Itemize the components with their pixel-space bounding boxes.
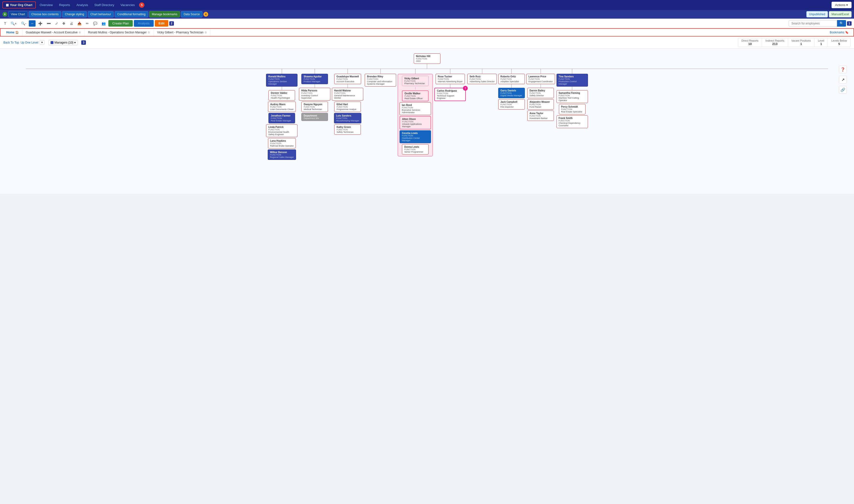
node-doreen[interactable]: Doreen Valdez FUNCTION Health Psychologi… — [269, 90, 295, 101]
node-jack[interactable]: Jack Campbell FUNCTION Fire Inspector — [498, 99, 525, 110]
up-one-level-link[interactable]: Up One Level — [21, 41, 38, 44]
nav-staff-directory[interactable]: Staff Directory — [92, 2, 116, 8]
create-plan-btn[interactable]: Create Plan — [108, 20, 133, 26]
node-frank[interactable]: Frank Smith FUNCTION Chemical Dependency… — [557, 115, 588, 128]
node-carlos-wrap: Carlos Rodriguez FUNCTION Technical Supp… — [434, 88, 466, 101]
org-chart-container: ❓ ↗ 🔗 Nicholas Hill FUNCTION CEO — [0, 49, 854, 194]
ronald-name: Ronald Mullins — [268, 75, 295, 78]
move-btn[interactable]: ✥ — [61, 20, 67, 26]
chart-behaviour-btn[interactable]: Chart behaviour — [88, 11, 114, 17]
vicky-children: Orville Walker FUNCTION Real Estate Offi… — [400, 90, 431, 155]
node-orville[interactable]: Orville Walker FUNCTION Real Estate Offi… — [402, 90, 429, 101]
node-wilbur[interactable]: Wilbur Benson FUNCTION Regional Sales Ma… — [268, 149, 296, 160]
node-cecelia[interactable]: Cecelia Lewis FUNCTION Distribution Cent… — [400, 130, 431, 143]
brand-label: Your Org Chart — [10, 3, 32, 7]
node-tina[interactable]: Tina Sanders FUNCTION Production Control… — [557, 74, 588, 87]
fit-width-btn[interactable]: ↔ — [29, 20, 36, 26]
node-ethel[interactable]: Ethel Hart FUNCTION Programmer Analyst — [334, 102, 361, 112]
shawna-children: Hilda Parsons FUNCTION Inventory Control… — [299, 88, 330, 121]
manual-excel-btn[interactable]: Manual/Excel — [829, 11, 852, 17]
node-kathy[interactable]: Kathy Green FUNCTION Safety Technician — [334, 124, 361, 135]
breadcrumb-vicky[interactable]: Vicky Gilbert - Pharmacy Technician ☆ — [154, 29, 211, 36]
node-vicky[interactable]: Vicky Gilbert FUNCTION Pharmacy Technici… — [402, 76, 429, 86]
zoom-in-btn[interactable]: 🔍+ — [9, 20, 18, 26]
node-audrey[interactable]: Audrey Mann FUNCTION Loan Documents Clos… — [268, 102, 296, 112]
nav-dropdown-btn[interactable]: ▾ — [40, 40, 44, 45]
export-btn[interactable]: 📤 — [76, 20, 83, 26]
ronald-title: Operations Section Manager — [268, 80, 295, 85]
breadcrumb-ronald[interactable]: Ronald Mullins - Operations Section Mana… — [85, 29, 153, 36]
col-vicky: Vicky Gilbert FUNCTION Pharmacy Technici… — [398, 69, 433, 157]
data-source-btn[interactable]: Data Source — [181, 11, 202, 17]
manage-bookmarks-btn[interactable]: Manage bookmarks — [149, 11, 180, 17]
team-btn[interactable]: 👥 — [100, 20, 107, 26]
badge-6: 6 — [2, 12, 7, 17]
node-lawrence[interactable]: Lawrence Price FUNCTION Engagement Coord… — [526, 74, 555, 84]
edit-btn[interactable]: Edit — [155, 20, 168, 26]
edit-icon-btn[interactable]: ✏ — [84, 20, 90, 26]
nav-vacancies[interactable]: Vacancies — [118, 2, 137, 8]
analysis-btn[interactable]: Analysis — [134, 20, 153, 27]
node-garry[interactable]: Garry Daniels FUNCTION Digital Media Man… — [498, 88, 525, 98]
help-icon-btn[interactable]: ❓ — [839, 66, 847, 73]
node-brendan[interactable]: Brendan Riley FUNCTION Computer and Info… — [365, 74, 396, 87]
node-alejandro[interactable]: Alejandro Weaver FUNCTION Fund Raiser — [527, 99, 554, 110]
choose-box-btn[interactable]: Choose box contents — [29, 11, 61, 17]
change-styling-btn[interactable]: Change styling — [62, 11, 87, 17]
view-chart-btn[interactable]: View Chart — [8, 11, 28, 17]
remove-btn[interactable]: ➖ — [45, 20, 53, 26]
nav-reports[interactable]: Reports — [57, 2, 73, 8]
add-btn[interactable]: ➕ — [37, 20, 44, 26]
node-alton[interactable]: Alton Olson FUNCTION Intranet Applicatio… — [400, 116, 431, 129]
col-rose: Rose Tucker FUNCTION Internet Advertisin… — [434, 69, 466, 101]
node-lana[interactable]: Lana Hopkins FUNCTION Railroad Brake Ope… — [268, 138, 296, 148]
share-icon-btn[interactable]: ↗ — [839, 76, 847, 84]
node-donna[interactable]: Donna Lewis FUNCTION Senior Programmer — [402, 144, 429, 155]
vicky-group: Vicky Gilbert FUNCTION Pharmacy Technici… — [398, 74, 433, 157]
node-rose[interactable]: Rose Tucker FUNCTION Internet Advertisin… — [436, 74, 465, 84]
node-ronald[interactable]: Ronald Mullins FUNCTION Operations Secti… — [266, 74, 297, 87]
node-shawna[interactable]: Shawna Aguilar FUNCTION Product Manager — [301, 74, 328, 84]
actions-button[interactable]: Actions ▾ — [832, 2, 852, 8]
back-to-top-link[interactable]: Back To Top — [3, 41, 19, 44]
ceo-box[interactable]: Nicholas Hill FUNCTION CEO — [414, 53, 440, 64]
unpublished-btn[interactable]: Unpublished — [806, 11, 828, 17]
main-toolbar: 6 View Chart Choose box contents Change … — [0, 10, 854, 19]
node-linda[interactable]: Linda Patrick FUNCTION Environmental Hea… — [266, 124, 297, 137]
node-roberto[interactable]: Roberto Ortiz FUNCTION Adoption Speciali… — [498, 74, 525, 84]
expand-btn[interactable]: ⤢ — [53, 20, 60, 26]
node-dept[interactable]: Department Department title — [301, 113, 328, 121]
node-darren[interactable]: Darren Bailey FUNCTION Safety Director — [527, 88, 554, 98]
managers-filter[interactable]: Managers (10) ▾ — [48, 40, 78, 45]
nav-analysis[interactable]: Analysis — [74, 2, 90, 8]
zoom-out-btn[interactable]: 🔍- — [19, 20, 28, 26]
stat-direct-label: Direct Reports — [742, 39, 759, 42]
badge-2: 2 — [169, 21, 174, 25]
node-ian[interactable]: Ian Reed FUNCTION Executive Services Adm… — [400, 102, 431, 115]
text-tool-btn[interactable]: T — [2, 20, 8, 26]
node-samantha[interactable]: Samantha Fleming FUNCTION Machine Tool C… — [557, 90, 588, 103]
nav-overview[interactable]: Overview — [37, 2, 55, 8]
breadcrumb-bar: Home 🏠 Guadalupe Maxwell - Account Execu… — [0, 28, 854, 37]
employee-search-input[interactable] — [789, 20, 837, 26]
node-hilda[interactable]: Hilda Parsons FUNCTION Inventory Control… — [299, 88, 330, 101]
link-icon-btn[interactable]: 🔗 — [839, 86, 847, 94]
print-btn[interactable]: 🖨 — [68, 20, 75, 26]
bookmarks-btn[interactable]: Bookmarks 🔖 — [828, 29, 851, 36]
node-anne[interactable]: Anne Taylor FUNCTION Investment Banker — [527, 110, 554, 121]
breadcrumb-guadalupe[interactable]: Guadalupe Maxwell - Account Executive ☆ — [22, 29, 85, 36]
node-harold[interactable]: Harold Malone FUNCTION General Maintenan… — [332, 88, 363, 101]
badge-4: 4 — [203, 12, 208, 17]
node-dwayne[interactable]: Dwayne Nguyen FUNCTION Medical Technicia… — [301, 102, 328, 112]
node-seth[interactable]: Seth Ruiz FUNCTION Advertising Sales Dir… — [467, 74, 497, 84]
employee-search-btn[interactable]: 🔍 — [837, 20, 846, 26]
node-carlos[interactable]: Carlos Rodriguez FUNCTION Technical Supp… — [434, 88, 466, 101]
node-luis[interactable]: Luis Sanders FUNCTION Housekeeping Manag… — [334, 113, 362, 123]
conditional-formatting-btn[interactable]: Conditional formatting — [115, 11, 148, 17]
node-jonathon[interactable]: Jonathon Farmer FUNCTION Real Estate Man… — [269, 113, 295, 123]
node-guadalupe[interactable]: Guadalupe Maxwell FUNCTION Account Execu… — [334, 74, 361, 84]
org-chart-brand[interactable]: ▦ Your Org Chart — [2, 1, 36, 8]
node-percy[interactable]: Percy Schmidt FUNCTION Real Estate Speci… — [559, 104, 585, 114]
comment-btn[interactable]: 💬 — [91, 20, 99, 26]
breadcrumb-home[interactable]: Home 🏠 — [3, 29, 22, 36]
